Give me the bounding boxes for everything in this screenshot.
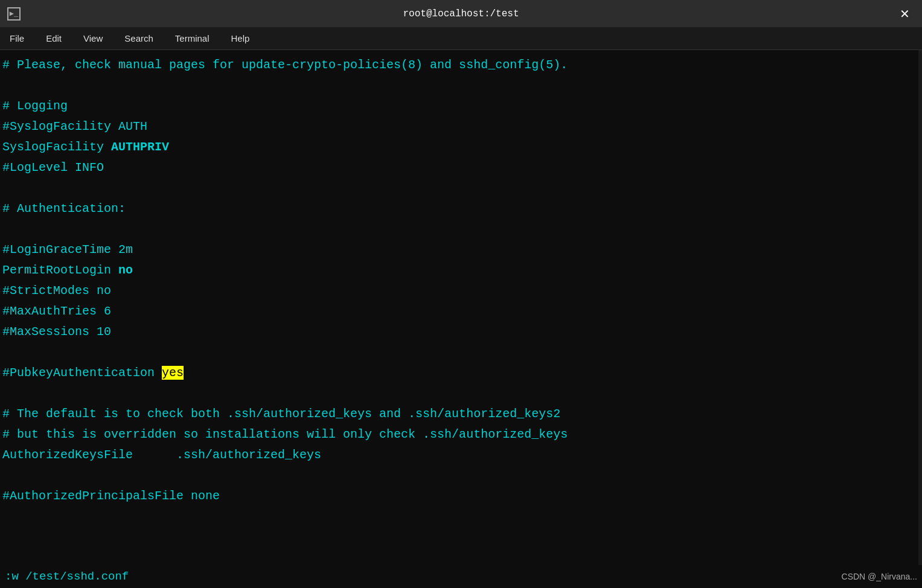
line-3: # Logging (2, 96, 920, 117)
line-14: #MaxSessions 10 (2, 322, 920, 342)
line-17 (2, 383, 920, 404)
terminal-content[interactable]: # Please, check manual pages for update-… (0, 50, 922, 565)
permitroot-key: PermitRootLogin (2, 263, 118, 277)
line-4: #SyslogFacility AUTH (2, 117, 920, 137)
line-20: AuthorizedKeysFile .ssh/authorized_keys (2, 445, 920, 465)
line-12: #StrictModes no (2, 281, 920, 301)
menu-bar: File Edit View Search Terminal Help (0, 27, 922, 50)
menu-terminal[interactable]: Terminal (170, 31, 214, 46)
menu-help[interactable]: Help (226, 31, 255, 46)
pubkey-prefix: #PubkeyAuthentication (2, 366, 162, 380)
code-display: # Please, check manual pages for update-… (2, 55, 920, 507)
syslog-value: AUTHPRIV (111, 140, 169, 154)
line-22: #AuthorizedPrincipalsFile none (2, 486, 920, 507)
pubkey-yes-highlight: yes (162, 366, 184, 380)
menu-view[interactable]: View (78, 31, 107, 46)
terminal-icon: ▶_ (7, 7, 21, 21)
terminal-icon-glyph: ▶_ (10, 9, 18, 18)
window-title: root@localhost:/test (403, 8, 519, 19)
line-2 (2, 75, 920, 96)
line-13: #MaxAuthTries 6 (2, 301, 920, 322)
line-10: #LoginGraceTime 2m (2, 240, 920, 260)
line-5: SyslogFacility AUTHPRIV (2, 137, 920, 158)
scrollbar[interactable] (918, 50, 922, 565)
line-21 (2, 465, 920, 486)
terminal-window: ▶_ root@localhost:/test ✕ File Edit View… (0, 0, 922, 588)
line-1: # Please, check manual pages for update-… (2, 55, 920, 75)
status-command: :w /test/sshd.conf (5, 570, 129, 583)
syslog-key: SyslogFacility (2, 140, 111, 154)
line-8: # Authentication: (2, 199, 920, 219)
line-11: PermitRootLogin no (2, 260, 920, 281)
menu-file[interactable]: File (5, 31, 29, 46)
line-18: # The default is to check both .ssh/auth… (2, 404, 920, 424)
line-9 (2, 219, 920, 240)
permitroot-value: no (118, 263, 133, 277)
title-bar-left: ▶_ (7, 7, 25, 21)
line-15 (2, 342, 920, 363)
status-bar: :w /test/sshd.conf CSDN @_Nirvana... (0, 565, 922, 588)
line-16: #PubkeyAuthentication yes (2, 363, 920, 383)
menu-edit[interactable]: Edit (41, 31, 66, 46)
line-6: #LogLevel INFO (2, 158, 920, 178)
close-button[interactable]: ✕ (895, 4, 915, 24)
title-bar: ▶_ root@localhost:/test ✕ (0, 0, 922, 27)
menu-search[interactable]: Search (120, 31, 158, 46)
line-19: # but this is overridden so installation… (2, 424, 920, 445)
line-7 (2, 178, 920, 199)
status-attribution: CSDN @_Nirvana... (842, 572, 917, 581)
